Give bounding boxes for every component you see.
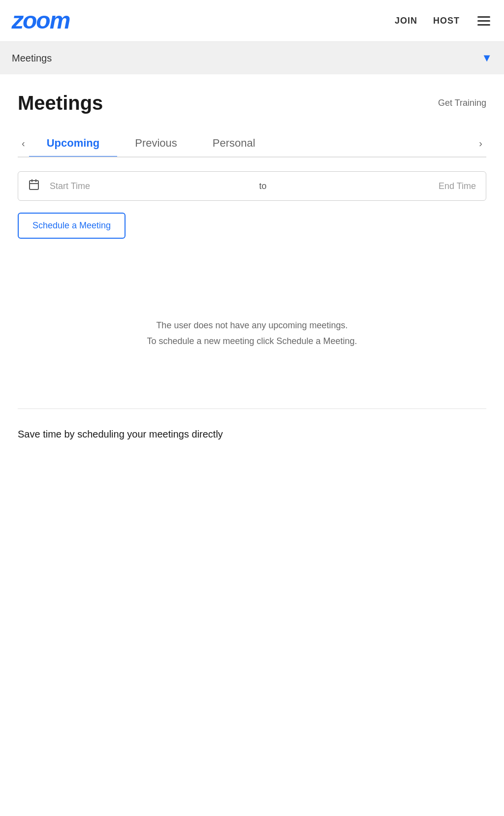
- tabs-list: Upcoming Previous Personal: [29, 130, 475, 157]
- date-filter-bar[interactable]: Start Time to End Time: [18, 171, 486, 201]
- page-title: Meetings: [18, 92, 103, 114]
- tab-previous[interactable]: Previous: [117, 130, 195, 157]
- footer-section: Save time by scheduling your meetings di…: [0, 409, 504, 441]
- end-time-placeholder: End Time: [277, 181, 476, 191]
- empty-state: The user does not have any upcoming meet…: [18, 258, 486, 408]
- host-link[interactable]: HOST: [433, 16, 460, 26]
- svg-rect-0: [30, 181, 38, 189]
- chevron-down-icon: ▼: [481, 52, 492, 64]
- date-filter-to-label: to: [259, 181, 267, 191]
- main-content: Meetings Get Training ‹ Upcoming Previou…: [0, 74, 504, 408]
- start-time-placeholder: Start Time: [50, 181, 250, 191]
- zoom-logo: zoom: [12, 9, 69, 32]
- footer-text: Save time by scheduling your meetings di…: [18, 427, 486, 441]
- tabs-container: ‹ Upcoming Previous Personal ›: [18, 130, 486, 157]
- meetings-nav-label: Meetings: [12, 53, 52, 64]
- tab-upcoming[interactable]: Upcoming: [29, 130, 118, 157]
- tab-arrow-right-icon[interactable]: ›: [475, 133, 486, 154]
- tab-arrow-left-icon[interactable]: ‹: [18, 133, 29, 154]
- header-nav: JOIN HOST: [395, 14, 492, 28]
- get-training-link[interactable]: Get Training: [438, 98, 486, 108]
- header: zoom JOIN HOST: [0, 0, 504, 42]
- tab-personal[interactable]: Personal: [195, 130, 273, 157]
- join-link[interactable]: JOIN: [395, 16, 417, 26]
- schedule-meeting-button[interactable]: Schedule a Meeting: [18, 213, 126, 239]
- calendar-icon: [28, 179, 40, 193]
- empty-state-text: The user does not have any upcoming meet…: [28, 317, 476, 349]
- page-header: Meetings Get Training: [18, 92, 486, 114]
- hamburger-menu-icon[interactable]: [475, 14, 492, 28]
- meetings-nav-bar[interactable]: Meetings ▼: [0, 42, 504, 74]
